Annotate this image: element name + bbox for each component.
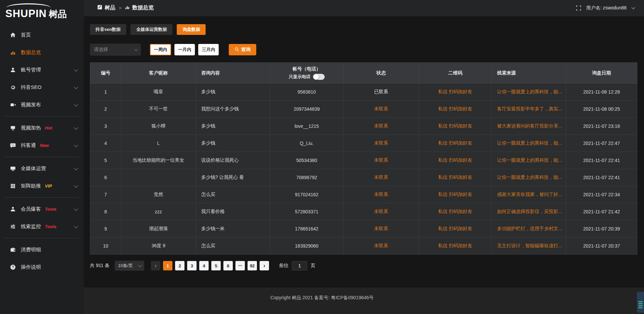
cell-source-link[interactable]: 多功能护栏灯，适用于乡村文... [492, 220, 566, 238]
page-button-4[interactable]: 4 [199, 261, 209, 270]
cell-source-link[interactable]: 让你一眼就爱上的黑科技，能... [492, 135, 566, 152]
cell-status: 未联系 [343, 203, 419, 220]
cell-qr-link[interactable]: 私信 扫码加好友 [419, 101, 492, 118]
page-button-92[interactable]: 92 [248, 261, 257, 270]
cell-source-link[interactable]: 客厅安装投影半年多了，真实... [492, 101, 566, 118]
wallet-icon [10, 247, 16, 253]
column-header-2: 客户昵称 [121, 63, 196, 84]
cell-status: 未联系 [343, 135, 419, 152]
page-button-6[interactable]: 6 [223, 261, 233, 270]
range-button-2[interactable]: 一月内 [174, 44, 195, 55]
goto-page-input[interactable] [292, 261, 307, 270]
search-icon [234, 47, 239, 53]
range-button-1[interactable]: 一周内 [150, 44, 171, 55]
cell-qr-link[interactable]: 私信 扫码加好友 [419, 169, 492, 186]
cell-account: 917024162 [270, 186, 343, 203]
toggle-knob [313, 74, 319, 80]
fullscreen-icon[interactable] [576, 5, 581, 11]
tab-1[interactable]: 抖音seo数据 [90, 24, 126, 35]
sidebar-item-gear[interactable]: 抖音SEO [0, 78, 84, 96]
page-button-5[interactable]: 5 [211, 261, 221, 270]
cell-account: 178651642 [270, 220, 343, 238]
cell-status: 未联系 [343, 186, 419, 203]
sidebar-item-label: 抖客通 [21, 142, 36, 149]
breadcrumb-root-label[interactable]: 树品 [105, 4, 115, 11]
table-row: 1036度 8怎么买183929060未联系私信 扫码加好友无主灯设计，智能磁吸… [90, 238, 637, 255]
query-button[interactable]: 查询 [229, 44, 256, 55]
cell-status: 已联系 [343, 84, 419, 101]
tab-2[interactable]: 全媒体运营数据 [130, 24, 172, 35]
svg-text:?: ? [12, 265, 14, 269]
sidebar-item-wallet[interactable]: 消费明细 [0, 241, 84, 258]
cell-nickname: 36度 8 [121, 238, 196, 255]
person-icon [10, 206, 16, 212]
tab-3[interactable]: 询盘数据 [177, 24, 206, 35]
footer: Copyright 树品 2021 备案号: 粤ICP备09019646号 [0, 287, 644, 314]
table-row: 9潮起潮落多少钱一米178651642未联系私信 扫码加好友多功能护栏灯，适用于… [90, 220, 637, 238]
cell-source-link[interactable]: 让你一眼就爱上的黑科技，能... [492, 84, 566, 101]
cell-date: 2021-11-07 20:37 [566, 238, 637, 255]
chevron-down-icon [74, 125, 78, 129]
sidebar-item-person[interactable]: 会员爆客Tools [0, 200, 84, 218]
logo-text-cn: 树品 [49, 8, 67, 20]
cell-id: 2 [90, 101, 121, 118]
filter-select[interactable]: 请选择 [90, 44, 141, 56]
cell-source-link[interactable]: 被大家追着问的客厅投影分享... [492, 118, 566, 135]
page-button-3[interactable]: 3 [187, 261, 197, 270]
page-button-1[interactable]: 1 [163, 261, 172, 270]
cell-source-link[interactable]: 让你一眼就爱上的黑科技，能... [492, 152, 566, 169]
cell-nickname: L [121, 135, 196, 152]
chevron-down-icon[interactable] [631, 5, 635, 9]
cell-date: 2021-11-07 21:42 [566, 203, 637, 220]
sidebar-item-home[interactable]: 首页 [0, 26, 84, 44]
sidebar-item-label: 视频发布 [21, 102, 41, 108]
cell-account: 572803371 [270, 203, 343, 220]
cell-qr-link[interactable]: 私信 扫码加好友 [419, 152, 492, 169]
range-button-3[interactable]: 三月内 [198, 44, 219, 55]
sidebar-item-monitor[interactable]: 全媒体运营 [0, 160, 84, 177]
chevron-down-icon [74, 166, 78, 170]
sidebar-item-help[interactable]: ?操作说明 [0, 258, 84, 276]
cell-content: 我只看价格 [196, 203, 270, 220]
sidebar-item-video[interactable]: 视频发布 [0, 96, 84, 113]
cell-nickname: zzz [121, 203, 196, 220]
next-page-button[interactable]: › [260, 261, 269, 270]
cell-qr-link[interactable]: 私信 扫码加好友 [419, 186, 492, 203]
sidebar-item-screen[interactable]: 视频加热Hot [0, 119, 84, 137]
sidebar-item-grid[interactable]: 矩阵助推VIP [0, 177, 84, 195]
prev-page-button[interactable]: ‹ [151, 261, 160, 270]
sidebar-item-label: 全媒体运营 [21, 165, 46, 172]
cell-qr-link[interactable]: 私信 扫码加好友 [419, 238, 492, 255]
sidebar-item-label: 消费明细 [21, 247, 41, 253]
cell-source-link[interactable]: 无主灯设计，智能磁吸轨道灯... [492, 238, 566, 255]
sidebar-item-chat[interactable]: 抖客通New [0, 137, 84, 154]
phone-only-label: 只显示电话 [289, 74, 311, 80]
cell-source-link[interactable]: 感谢大家喜欢我家，被问了好... [492, 186, 566, 203]
cell-qr-link[interactable]: 私信 扫码加好友 [419, 203, 492, 220]
sidebar-item-bar-chart[interactable]: 数据总览 [0, 44, 84, 61]
page-size-value: 10条/页 [118, 263, 133, 269]
cell-id: 5 [90, 152, 121, 169]
cell-qr-link[interactable]: 私信 扫码加好友 [419, 84, 492, 101]
cell-nickname: 不可一世 [121, 101, 196, 118]
cell-date: 2021-11-07 23:18 [566, 118, 637, 135]
cell-qr-link[interactable]: 私信 扫码加好友 [419, 118, 492, 135]
cell-content: 说说价格让我死心 [196, 152, 270, 169]
username-label[interactable]: 用户名: zswodun88 [586, 5, 627, 11]
corner-widget[interactable] [637, 292, 644, 313]
cell-qr-link[interactable]: 私信 扫码加好友 [419, 220, 492, 238]
cell-id: 3 [90, 118, 121, 135]
page-size-select[interactable]: 10条/页 [115, 261, 144, 271]
phone-only-toggle[interactable] [313, 74, 325, 80]
cell-id: 4 [90, 135, 121, 152]
cell-id: 7 [90, 186, 121, 203]
cell-source-link[interactable]: 让你一眼就爱上的黑科技，能... [492, 169, 566, 186]
page-button-2[interactable]: 2 [175, 261, 184, 270]
table-header: 编号客户昵称咨询内容帐号（电话）只显示电话状态二维码线索来源询盘日期 [90, 63, 637, 84]
sidebar-item-user[interactable]: 账号管理 [0, 61, 84, 78]
sidebar-item-sliders[interactable]: 线索监控Tools [0, 218, 84, 235]
cell-qr-link[interactable]: 私信 扫码加好友 [419, 135, 492, 152]
content-area: 抖音seo数据全媒体运营数据询盘数据 请选择 一周内一月内三月内 查询 [84, 16, 644, 287]
more-pages-button[interactable]: ••• [235, 261, 245, 270]
cell-source-link[interactable]: 如何正确选择投影仪，买投影... [492, 203, 566, 220]
